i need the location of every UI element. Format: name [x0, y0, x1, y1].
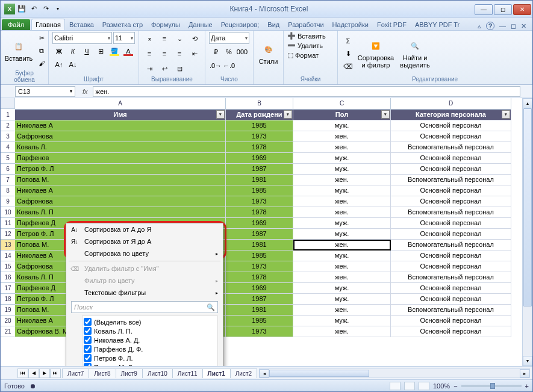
row-header[interactable]: 15 — [1, 261, 15, 272]
scroll-left-icon[interactable]: ◂ — [260, 369, 269, 378]
ribbon-tab[interactable]: Данные — [184, 19, 217, 30]
cell[interactable]: 1985 — [226, 250, 293, 261]
filter-checkbox[interactable] — [84, 354, 92, 362]
sort-desc-item[interactable]: Я↓Сортировка от Я до А — [66, 235, 223, 247]
comma-icon[interactable]: 000 — [235, 46, 249, 58]
redo-icon[interactable]: ↷ — [40, 4, 51, 14]
cell[interactable]: 1969 — [226, 283, 293, 294]
view-layout-icon[interactable] — [404, 382, 415, 390]
filter-checkbox[interactable] — [84, 363, 92, 366]
select-all-corner[interactable] — [1, 98, 15, 109]
align-center-icon[interactable]: ≡ — [158, 48, 171, 60]
cell[interactable]: Основной персонал — [391, 196, 511, 207]
find-select-button[interactable]: 🔍 Найти и выделить — [397, 37, 433, 70]
cell[interactable]: 1985 — [226, 316, 293, 326]
filter-button-dob[interactable]: ▾ — [284, 110, 292, 119]
filter-check-item[interactable]: Петров Ф. Л. — [84, 353, 216, 362]
row-header[interactable]: 2 — [1, 120, 15, 131]
increase-decimal-icon[interactable]: .0→ — [209, 60, 222, 72]
cell[interactable]: 1985 — [226, 120, 293, 131]
row-header[interactable]: 6 — [1, 164, 15, 175]
ribbon-tab[interactable]: Формулы — [147, 19, 184, 30]
decrease-font-icon[interactable]: A↓ — [66, 58, 79, 70]
border-icon[interactable]: ⊞ — [94, 45, 107, 57]
number-format-combo[interactable]: Дата▾ — [209, 32, 249, 44]
cell[interactable]: жен. — [293, 131, 391, 142]
row-header[interactable]: 12 — [1, 229, 15, 240]
cell[interactable]: Основной персонал — [391, 120, 511, 131]
text-filters-item[interactable]: Текстовые фильтры▸ — [66, 287, 223, 299]
cell[interactable]: Основной персонал — [391, 229, 511, 240]
sheet-tab[interactable]: Лист2 — [230, 369, 257, 378]
cell[interactable]: Вспомогательный персонал — [391, 207, 511, 218]
cell[interactable]: муж. — [293, 250, 391, 261]
col-header-a[interactable]: A — [15, 98, 226, 110]
cell[interactable]: муж. — [293, 185, 391, 196]
cell[interactable]: Вспомогательный персонал — [391, 305, 511, 316]
filter-check-item[interactable]: Николаев А. Д. — [84, 335, 216, 344]
filter-check-item[interactable]: Парфенов Д. Ф. — [84, 344, 216, 353]
cell[interactable]: Николаев А — [15, 185, 226, 196]
row-header[interactable]: 13 — [1, 240, 15, 250]
maximize-button[interactable]: ◻ — [494, 4, 512, 15]
cell[interactable]: Основной персонал — [391, 218, 511, 229]
sheet-tab[interactable]: Лист1 — [202, 369, 231, 378]
cell[interactable]: Вспомогательный персонал — [391, 142, 511, 153]
formula-input[interactable]: жен. — [93, 86, 520, 97]
cell[interactable]: жен. — [293, 207, 391, 218]
align-top-icon[interactable]: ⌅ — [143, 33, 156, 45]
cell[interactable]: Основной персонал — [391, 316, 511, 326]
zoom-thumb[interactable] — [490, 383, 495, 389]
cell[interactable]: Сафронова — [15, 196, 226, 207]
filter-button-name[interactable]: ▾ — [216, 110, 225, 119]
cell[interactable]: Основной персонал — [391, 261, 511, 272]
workbook-minimize-icon[interactable]: — — [499, 22, 506, 30]
cell[interactable]: муж. — [293, 316, 391, 326]
cell[interactable]: жен. — [293, 175, 391, 185]
fill-icon[interactable]: ⬇ — [341, 48, 355, 60]
sheet-tab[interactable]: Лист10 — [142, 369, 173, 378]
filter-checkbox[interactable] — [84, 345, 92, 353]
align-middle-icon[interactable]: ≡ — [158, 33, 171, 45]
row-header[interactable]: 1 — [1, 110, 15, 120]
row-header[interactable]: 4 — [1, 142, 15, 153]
filter-checkbox[interactable] — [84, 318, 92, 326]
sheet-nav-last-icon[interactable]: ⏭ — [50, 369, 61, 378]
filter-button-category[interactable]: ▾ — [502, 110, 510, 119]
cell[interactable]: 1973 — [226, 131, 293, 142]
cell[interactable]: муж. — [293, 294, 391, 305]
name-box[interactable]: C13▾ — [15, 86, 75, 97]
styles-button[interactable]: 🎨 Стили — [257, 41, 279, 66]
sheet-nav-prev-icon[interactable]: ◀ — [28, 369, 39, 378]
cell[interactable]: 1985 — [226, 185, 293, 196]
clear-icon[interactable]: ⌫ — [341, 60, 355, 72]
view-normal-icon[interactable] — [390, 382, 401, 390]
cell[interactable]: жен. — [293, 196, 391, 207]
vertical-scrollbar[interactable]: ▴ ▾ — [522, 98, 532, 366]
cell[interactable]: Основной персонал — [391, 326, 511, 337]
sheet-tab[interactable]: Лист11 — [172, 369, 203, 378]
vscroll-thumb[interactable] — [523, 108, 532, 306]
ribbon-tab[interactable]: Foxit PDF — [373, 19, 411, 30]
row-header[interactable]: 8 — [1, 185, 15, 196]
row-header[interactable]: 14 — [1, 250, 15, 261]
row-header[interactable]: 16 — [1, 272, 15, 283]
sheet-tab[interactable]: Лист8 — [89, 369, 116, 378]
zoom-in-icon[interactable]: + — [525, 382, 529, 390]
file-tab[interactable]: Файл — [2, 19, 30, 30]
currency-icon[interactable]: ₽ — [209, 46, 222, 58]
macro-record-icon[interactable]: ⏺ — [30, 382, 36, 390]
filter-checkbox[interactable] — [84, 327, 92, 335]
view-pagebreak-icon[interactable] — [419, 382, 429, 390]
cell[interactable]: Вспомогательный персонал — [391, 240, 511, 250]
font-size-combo[interactable]: 11▾ — [113, 32, 135, 44]
cell[interactable]: муж. — [293, 164, 391, 175]
decrease-decimal-icon[interactable]: ←.0 — [222, 60, 235, 72]
font-color-icon[interactable]: A — [122, 45, 135, 57]
cell[interactable]: 1987 — [226, 294, 293, 305]
cut-icon[interactable]: ✂ — [35, 32, 48, 44]
cell[interactable]: жен. — [293, 326, 391, 337]
filter-checkbox[interactable] — [84, 336, 92, 344]
cell[interactable]: Николаев А — [15, 120, 226, 131]
zoom-slider[interactable] — [461, 385, 522, 387]
